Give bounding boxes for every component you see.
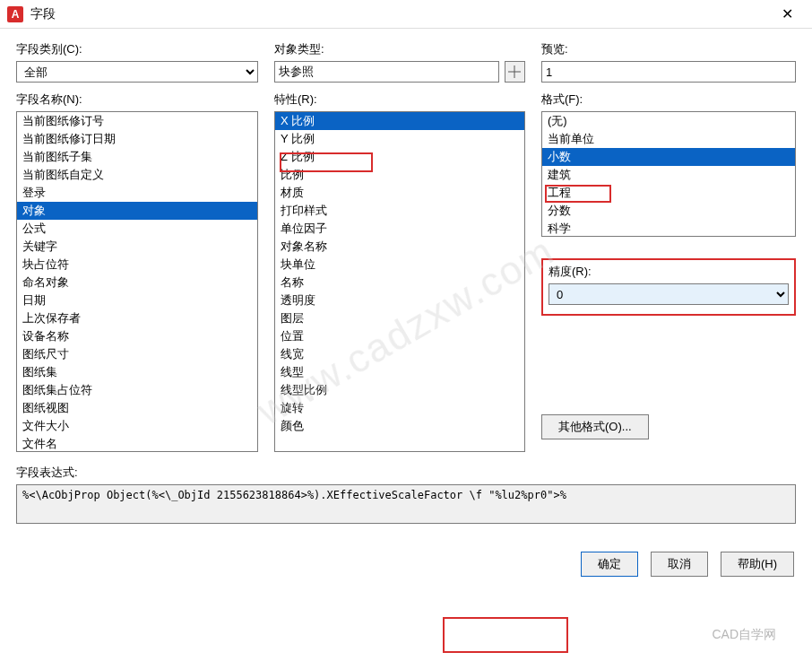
help-button[interactable]: 帮助(H) (721, 552, 794, 577)
list-item[interactable]: 名称 (275, 274, 524, 291)
preview-label: 预览: (541, 41, 796, 57)
list-item[interactable]: 公式 (17, 220, 257, 238)
list-item[interactable]: 登录 (17, 184, 257, 202)
list-item[interactable]: 颜色 (275, 417, 524, 435)
list-item[interactable]: Z 比例 (275, 148, 524, 166)
list-item[interactable]: 当前图纸修订号 (17, 112, 257, 130)
list-item[interactable]: 分数 (542, 202, 795, 220)
field-names-listbox[interactable]: 当前图纸修订号当前图纸修订日期当前图纸子集当前图纸自定义登录对象公式关键字块占位… (16, 111, 258, 452)
other-format-button[interactable]: 其他格式(O)... (541, 414, 649, 439)
precision-select[interactable]: 0 (549, 283, 789, 305)
list-item[interactable]: 上次保存者 (17, 309, 257, 327)
expression-textarea: %<\AcObjProp Object(%<\_ObjId 2155623818… (16, 484, 796, 524)
list-item[interactable]: 当前图纸修订日期 (17, 130, 257, 148)
titlebar: A 字段 ✕ (0, 0, 812, 29)
list-item[interactable]: 文件名 (17, 435, 257, 452)
list-item[interactable]: 对象名称 (275, 238, 524, 256)
list-item[interactable]: 文件大小 (17, 417, 257, 435)
precision-label: 精度(R): (549, 264, 789, 280)
app-logo-icon: A (7, 6, 23, 22)
cancel-button[interactable]: 取消 (651, 552, 708, 577)
window-title: 字段 (30, 6, 769, 22)
dialog-footer: 确定 取消 帮助(H) (0, 535, 812, 595)
category-label: 字段类别(C): (16, 41, 258, 57)
list-item[interactable]: 对象 (17, 202, 257, 220)
list-item[interactable]: 图纸尺寸 (17, 345, 257, 363)
objtype-label: 对象类型: (274, 41, 525, 57)
crosshair-icon (508, 65, 521, 78)
property-label: 特性(R): (274, 91, 525, 108)
list-item[interactable]: 当前图纸自定义 (17, 166, 257, 184)
list-item[interactable]: 旋转 (275, 399, 524, 417)
list-item[interactable]: 命名对象 (17, 274, 257, 291)
list-item[interactable]: 科学 (542, 220, 795, 237)
list-item[interactable]: 当前单位 (542, 130, 795, 148)
list-item[interactable]: 材质 (275, 184, 524, 202)
list-item[interactable]: 块单位 (275, 256, 524, 274)
list-item[interactable]: 图纸集 (17, 363, 257, 381)
list-item[interactable]: 日期 (17, 291, 257, 309)
list-item[interactable]: 线型 (275, 363, 524, 381)
list-item[interactable]: 线宽 (275, 345, 524, 363)
list-item[interactable]: 比例 (275, 166, 524, 184)
list-item[interactable]: 位置 (275, 327, 524, 345)
properties-listbox[interactable]: X 比例Y 比例Z 比例比例材质打印样式单位因子对象名称块单位名称透明度图层位置… (274, 111, 525, 452)
list-item[interactable]: 透明度 (275, 291, 524, 309)
list-item[interactable]: 设备名称 (17, 327, 257, 345)
objtype-input[interactable] (274, 61, 499, 83)
list-item[interactable]: 建筑 (542, 166, 795, 184)
list-item[interactable]: 单位因子 (275, 220, 524, 238)
list-item[interactable]: 图纸集占位符 (17, 381, 257, 399)
list-item[interactable]: 关键字 (17, 238, 257, 256)
list-item[interactable]: 当前图纸子集 (17, 148, 257, 166)
names-label: 字段名称(N): (16, 91, 258, 108)
list-item[interactable]: Y 比例 (275, 130, 524, 148)
close-icon[interactable]: ✕ (769, 0, 805, 29)
expression-label: 字段表达式: (16, 465, 796, 481)
format-label: 格式(F): (541, 91, 796, 108)
preview-input[interactable] (541, 61, 796, 83)
list-item[interactable]: 小数 (542, 148, 795, 166)
pick-object-button[interactable] (505, 61, 525, 83)
precision-group: 精度(R): 0 (541, 258, 796, 316)
format-listbox[interactable]: (无)当前单位小数建筑工程分数科学 (541, 111, 796, 237)
list-item[interactable]: X 比例 (275, 112, 524, 130)
list-item[interactable]: 工程 (542, 184, 795, 202)
category-select[interactable]: 全部 (16, 61, 258, 83)
list-item[interactable]: 线型比例 (275, 381, 524, 399)
list-item[interactable]: 打印样式 (275, 202, 524, 220)
list-item[interactable]: 图纸视图 (17, 399, 257, 417)
list-item[interactable]: 图层 (275, 309, 524, 327)
ok-button[interactable]: 确定 (581, 552, 638, 577)
list-item[interactable]: (无) (542, 112, 795, 130)
list-item[interactable]: 块占位符 (17, 256, 257, 274)
